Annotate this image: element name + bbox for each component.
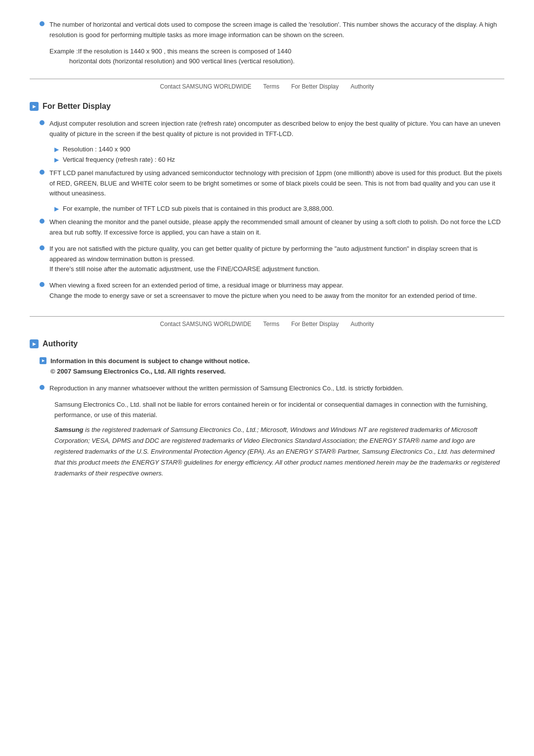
fbd-bullet-5-text: When viewing a fixed screen for an exten… xyxy=(49,281,477,301)
fbd-sub-3-text: For example, the number of TFT LCD sub p… xyxy=(63,205,334,212)
arrow-icon-3: ▶ xyxy=(54,205,59,212)
intro-example-line1: Example :If the resolution is 1440 x 900… xyxy=(49,47,504,57)
nav-bar-bottom: Contact SAMSUNG WORLDWIDE Terms For Bett… xyxy=(30,316,504,328)
intro-bullet-1: The number of horizontal and vertical do… xyxy=(40,20,504,41)
fbd-bullet-4-text: If you are not satisfied with the pictur… xyxy=(49,244,504,275)
authority-title: Authority xyxy=(43,339,78,348)
authority-notice: Information in this document is subject … xyxy=(40,356,504,377)
fbd-bullet-1-icon xyxy=(40,120,44,125)
nav-for-better-display-bottom[interactable]: For Better Display xyxy=(291,321,339,328)
fbd-bullet-2-icon xyxy=(40,170,44,175)
fbd-sub-3: ▶ For example, the number of TFT LCD sub… xyxy=(40,205,504,212)
fbd-bullet-3-text: When cleaning the monitor and the panel … xyxy=(49,217,504,238)
fbd-sub-2-text: Vertical frequency (refresh rate) : 60 H… xyxy=(63,156,175,163)
authority-notice-text: Information in this document is subject … xyxy=(50,356,250,377)
for-better-display-section: For Better Display Adjust computer resol… xyxy=(30,102,504,301)
auth-samsung-italic: Samsung xyxy=(54,426,84,433)
arrow-icon-2: ▶ xyxy=(54,156,59,163)
nav-authority-bottom[interactable]: Authority xyxy=(351,321,374,328)
for-better-display-icon xyxy=(30,102,39,111)
for-better-display-title: For Better Display xyxy=(43,102,111,111)
authority-header: Authority xyxy=(30,339,504,348)
fbd-sub-1: ▶ Resolution : 1440 x 900 xyxy=(40,145,504,153)
authority-content: Information in this document is subject … xyxy=(30,356,504,479)
nav-terms-bottom[interactable]: Terms xyxy=(263,321,279,328)
fbd-bullet-4: If you are not satisfied with the pictur… xyxy=(40,244,504,275)
intro-example: Example :If the resolution is 1440 x 900… xyxy=(49,47,504,67)
nav-terms-top[interactable]: Terms xyxy=(263,83,279,90)
nav-bar-top: Contact SAMSUNG WORLDWIDE Terms For Bett… xyxy=(30,79,504,90)
fbd-sub-1-text: Resolution : 1440 x 900 xyxy=(63,145,131,153)
bullet-icon xyxy=(40,21,44,26)
fbd-bullet-2-text: TFT LCD panel manufactured by using adva… xyxy=(49,168,504,199)
authority-notice-icon xyxy=(40,357,46,364)
fbd-bullet-3-icon xyxy=(40,219,44,224)
nav-contact-2[interactable]: Contact SAMSUNG WORLDWIDE xyxy=(160,321,252,328)
fbd-bullet-4-icon xyxy=(40,245,44,250)
auth-bullet-1-icon xyxy=(40,385,44,390)
fbd-bullet-3: When cleaning the monitor and the panel … xyxy=(40,217,504,238)
for-better-display-header: For Better Display xyxy=(30,102,504,111)
for-better-display-content: Adjust computer resolution and screen in… xyxy=(30,119,504,301)
authority-section: Authority Information in this document i… xyxy=(30,339,504,479)
fbd-bullet-1: Adjust computer resolution and screen in… xyxy=(40,119,504,140)
auth-bullet-1: Reproduction in any manner whatsoever wi… xyxy=(40,383,504,394)
nav-authority-top[interactable]: Authority xyxy=(351,83,374,90)
intro-example-line2: horizontal dots (horizontal resolution) … xyxy=(49,56,504,67)
authority-icon xyxy=(30,339,39,348)
auth-bullet-1-text: Reproduction in any manner whatsoever wi… xyxy=(49,383,403,394)
intro-bullet-1-text: The number of horizontal and vertical do… xyxy=(49,20,504,41)
arrow-icon-1: ▶ xyxy=(54,146,59,153)
nav-for-better-display-top[interactable]: For Better Display xyxy=(291,83,339,90)
fbd-bullet-2: TFT LCD panel manufactured by using adva… xyxy=(40,168,504,199)
nav-contact[interactable]: Contact SAMSUNG WORLDWIDE xyxy=(160,83,252,90)
auth-paragraph-2: Samsung is the registered trademark of S… xyxy=(54,425,504,479)
fbd-bullet-5: When viewing a fixed screen for an exten… xyxy=(40,281,504,301)
fbd-bullet-1-text: Adjust computer resolution and screen in… xyxy=(49,119,504,140)
auth-paragraph-1: Samsung Electronics Co., Ltd. shall not … xyxy=(54,400,504,421)
fbd-sub-2: ▶ Vertical frequency (refresh rate) : 60… xyxy=(40,156,504,163)
fbd-bullet-5-icon xyxy=(40,282,44,287)
